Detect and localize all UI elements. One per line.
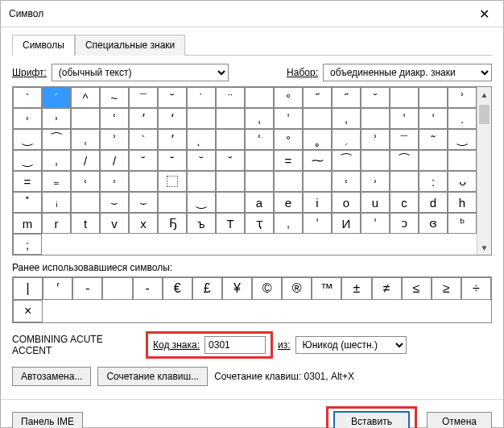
symbol-cell[interactable]: ˇ bbox=[361, 87, 390, 108]
symbol-cell[interactable]: ⌣ bbox=[100, 192, 129, 213]
symbol-cell[interactable]: ؍ bbox=[332, 129, 361, 150]
symbol-cell[interactable] bbox=[419, 150, 448, 171]
symbol-cell[interactable] bbox=[245, 87, 274, 108]
symbol-cell[interactable]: u bbox=[361, 192, 390, 213]
symbol-cell[interactable]: ʿ bbox=[245, 129, 274, 150]
recent-cell[interactable]: | bbox=[13, 277, 43, 300]
symbol-cell[interactable]: ˈ bbox=[390, 108, 419, 129]
scroll-thumb[interactable] bbox=[479, 105, 490, 124]
symbol-cell[interactable]: r bbox=[42, 213, 71, 234]
symbol-cell[interactable]: / bbox=[100, 150, 129, 171]
symbol-cell[interactable] bbox=[187, 108, 216, 129]
symbol-cell[interactable] bbox=[216, 171, 245, 192]
symbol-cell[interactable]: ˓ bbox=[13, 108, 42, 129]
recent-cell[interactable]: × bbox=[13, 300, 43, 322]
symbol-cell[interactable]: ˒ bbox=[42, 108, 71, 129]
symbol-cell[interactable] bbox=[390, 171, 419, 192]
ime-panel-button[interactable]: Панель IME bbox=[12, 412, 83, 428]
symbol-cell[interactable]: ˌ bbox=[274, 213, 303, 234]
symbol-cell[interactable]: ¯ bbox=[390, 129, 419, 150]
symbol-cell[interactable]: ʾ bbox=[100, 129, 129, 150]
symbol-cell[interactable]: ‿ bbox=[13, 129, 42, 150]
recent-cell[interactable]: © bbox=[252, 277, 282, 300]
symbol-cell[interactable]: ᵢ bbox=[42, 192, 71, 213]
symbol-cell[interactable]: m bbox=[13, 213, 42, 234]
symbol-cell[interactable] bbox=[303, 108, 332, 129]
recent-cell[interactable]: ® bbox=[282, 277, 312, 300]
symbol-cell[interactable]: ˓ bbox=[71, 171, 100, 192]
symbol-cell[interactable]: ‿ bbox=[448, 129, 477, 150]
symbol-cell[interactable]: Т bbox=[216, 213, 245, 234]
symbol-cell[interactable]: ʾ bbox=[361, 129, 390, 150]
symbol-cell[interactable]: = bbox=[274, 150, 303, 171]
symbol-cell[interactable]: . bbox=[448, 108, 477, 129]
symbol-cell[interactable]: ⁀ bbox=[332, 150, 361, 171]
shortcut-button[interactable]: Сочетание клавиш... bbox=[97, 367, 208, 386]
symbol-cell[interactable]: ˈ bbox=[361, 213, 390, 234]
symbol-cell[interactable]: ˌ bbox=[332, 108, 361, 129]
symbol-cell[interactable]: ˘ bbox=[216, 150, 245, 171]
insert-button[interactable]: Вставить bbox=[333, 411, 410, 428]
symbol-cell[interactable]: ‿ bbox=[13, 150, 42, 171]
symbol-cell[interactable]: ˈ bbox=[303, 213, 332, 234]
symbol-cell[interactable]: ¯ bbox=[129, 87, 158, 108]
symbol-cell[interactable] bbox=[448, 150, 477, 171]
recent-cell[interactable]: - bbox=[72, 277, 102, 300]
symbol-cell[interactable]: ° bbox=[274, 129, 303, 150]
recent-cell[interactable]: ≥ bbox=[432, 277, 461, 300]
symbol-cell[interactable]: ⌣ bbox=[129, 192, 158, 213]
symbol-cell[interactable]: ˘ bbox=[158, 150, 187, 171]
set-select[interactable]: объединенные диакр. знаки bbox=[323, 64, 492, 81]
recent-cell[interactable]: € bbox=[163, 277, 192, 300]
symbol-cell[interactable]: ˘ bbox=[129, 150, 158, 171]
tab-special[interactable]: Специальные знаки bbox=[75, 35, 185, 56]
symbol-cell[interactable]: d bbox=[419, 192, 448, 213]
cancel-button[interactable]: Отмена bbox=[427, 412, 492, 428]
symbol-cell[interactable]: e bbox=[274, 192, 303, 213]
symbol-cell[interactable] bbox=[419, 87, 448, 108]
recent-cell[interactable] bbox=[102, 277, 132, 300]
symbol-cell[interactable] bbox=[274, 171, 303, 192]
symbol-cell[interactable]: h bbox=[448, 192, 477, 213]
recent-cell[interactable]: ′ bbox=[43, 277, 72, 300]
symbol-cell[interactable]: ` bbox=[13, 87, 42, 108]
symbol-cell[interactable]: Ҕ bbox=[158, 213, 187, 234]
recent-cell[interactable]: ≠ bbox=[372, 277, 402, 300]
scroll-down[interactable]: ▼ bbox=[477, 240, 491, 255]
symbol-cell[interactable]: ˟ bbox=[13, 192, 42, 213]
symbol-cell[interactable]: ₌ bbox=[42, 171, 71, 192]
symbol-cell[interactable]: x bbox=[129, 213, 158, 234]
symbol-cell[interactable]: ´ bbox=[42, 87, 71, 108]
symbol-cell[interactable]: ˌ bbox=[71, 129, 100, 150]
symbol-cell[interactable]: ˳ bbox=[303, 129, 332, 150]
symbol-cell[interactable]: v bbox=[100, 213, 129, 234]
symbol-cell[interactable]: ʻ bbox=[158, 108, 187, 129]
symbol-cell[interactable]: ˈ bbox=[274, 108, 303, 129]
tab-symbols[interactable]: Символы bbox=[12, 35, 75, 56]
symbol-cell[interactable]: : bbox=[419, 171, 448, 192]
symbol-cell[interactable]: ʼ bbox=[158, 129, 187, 150]
recent-cell[interactable]: ™ bbox=[312, 277, 341, 300]
recent-cell[interactable]: ÷ bbox=[461, 277, 491, 300]
symbol-cell[interactable]: ˒ bbox=[100, 171, 129, 192]
symbol-cell[interactable]: ɞ bbox=[419, 213, 448, 234]
symbol-cell[interactable]: ˝ bbox=[303, 87, 332, 108]
symbol-cell[interactable]: ˓ bbox=[332, 171, 361, 192]
symbol-cell[interactable]: ͅ bbox=[187, 129, 216, 150]
symbol-cell[interactable] bbox=[245, 171, 274, 192]
recent-cell[interactable]: ¥ bbox=[222, 277, 252, 300]
symbol-cell[interactable]: ʾ bbox=[448, 87, 477, 108]
symbol-cell[interactable]: ˙ bbox=[187, 87, 216, 108]
symbol-cell[interactable]: ¨ bbox=[216, 87, 245, 108]
symbol-cell[interactable] bbox=[158, 192, 187, 213]
symbol-cell[interactable] bbox=[361, 108, 390, 129]
symbol-cell[interactable]: t bbox=[71, 213, 100, 234]
symbol-cell[interactable]: / bbox=[71, 150, 100, 171]
symbol-cell[interactable]: ~ bbox=[100, 87, 129, 108]
symbol-cell[interactable]: ʿ bbox=[100, 108, 129, 129]
symbol-cell[interactable]: ᴗ bbox=[448, 171, 477, 192]
symbol-cell[interactable]: ` bbox=[129, 129, 158, 150]
symbol-cell[interactable] bbox=[245, 150, 274, 171]
symbol-cell[interactable] bbox=[390, 87, 419, 108]
symbol-cell[interactable]: ° bbox=[274, 87, 303, 108]
